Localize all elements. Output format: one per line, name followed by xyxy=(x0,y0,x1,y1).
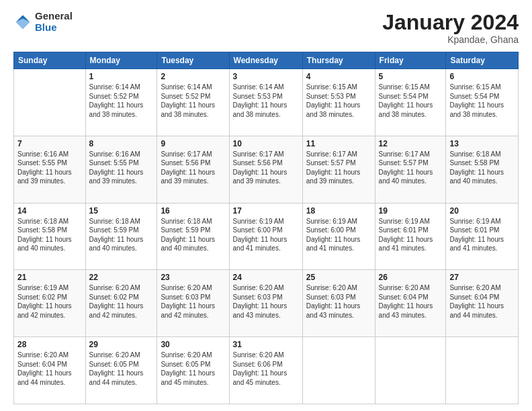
day-number: 1 xyxy=(89,72,154,81)
calendar-cell: 10Sunrise: 6:17 AM Sunset: 5:56 PM Dayli… xyxy=(229,136,302,203)
calendar-cell: 29Sunrise: 6:20 AM Sunset: 6:05 PM Dayli… xyxy=(85,337,157,404)
day-number: 13 xyxy=(449,139,515,148)
logo-general: General xyxy=(35,11,73,22)
calendar-cell: 27Sunrise: 6:20 AM Sunset: 6:04 PM Dayli… xyxy=(446,270,519,337)
day-number: 2 xyxy=(161,72,225,81)
day-info: Sunrise: 6:16 AM Sunset: 5:55 PM Dayligh… xyxy=(89,150,154,186)
day-info: Sunrise: 6:18 AM Sunset: 5:59 PM Dayligh… xyxy=(161,217,225,253)
day-number: 21 xyxy=(17,273,82,282)
calendar-header-wednesday: Wednesday xyxy=(229,52,302,69)
logo-icon xyxy=(13,13,32,32)
calendar-cell: 19Sunrise: 6:19 AM Sunset: 6:01 PM Dayli… xyxy=(375,203,446,270)
calendar-week-row: 28Sunrise: 6:20 AM Sunset: 6:04 PM Dayli… xyxy=(14,337,519,404)
day-number: 26 xyxy=(379,273,443,282)
calendar-week-row: 14Sunrise: 6:18 AM Sunset: 5:58 PM Dayli… xyxy=(14,203,519,270)
day-number: 8 xyxy=(89,139,154,148)
calendar-cell: 1Sunrise: 6:14 AM Sunset: 5:52 PM Daylig… xyxy=(85,69,157,136)
day-number: 23 xyxy=(161,273,225,282)
calendar-cell: 15Sunrise: 6:18 AM Sunset: 5:59 PM Dayli… xyxy=(85,203,157,270)
day-number: 14 xyxy=(17,206,82,216)
day-number: 6 xyxy=(449,72,515,81)
calendar-cell xyxy=(302,337,375,404)
day-info: Sunrise: 6:17 AM Sunset: 5:56 PM Dayligh… xyxy=(233,150,299,186)
day-number: 3 xyxy=(233,72,299,81)
day-number: 28 xyxy=(17,340,82,349)
calendar-cell: 26Sunrise: 6:20 AM Sunset: 6:04 PM Dayli… xyxy=(375,270,446,337)
calendar-header-row: SundayMondayTuesdayWednesdayThursdayFrid… xyxy=(14,52,519,69)
calendar-week-row: 7Sunrise: 6:16 AM Sunset: 5:55 PM Daylig… xyxy=(14,136,519,203)
calendar-cell: 21Sunrise: 6:19 AM Sunset: 6:02 PM Dayli… xyxy=(14,270,86,337)
day-number: 31 xyxy=(233,340,299,349)
day-info: Sunrise: 6:20 AM Sunset: 6:04 PM Dayligh… xyxy=(449,283,515,320)
logo: General Blue xyxy=(13,11,73,33)
logo-text: General Blue xyxy=(35,11,73,33)
subtitle: Kpandae, Ghana xyxy=(382,34,519,45)
day-info: Sunrise: 6:14 AM Sunset: 5:53 PM Dayligh… xyxy=(233,83,299,119)
day-info: Sunrise: 6:16 AM Sunset: 5:55 PM Dayligh… xyxy=(17,150,82,186)
main-title: January 2024 xyxy=(382,11,519,34)
calendar-cell: 2Sunrise: 6:14 AM Sunset: 5:52 PM Daylig… xyxy=(157,69,229,136)
day-info: Sunrise: 6:17 AM Sunset: 5:57 PM Dayligh… xyxy=(306,150,371,186)
day-info: Sunrise: 6:17 AM Sunset: 5:56 PM Dayligh… xyxy=(161,150,225,186)
day-number: 29 xyxy=(89,340,154,349)
day-number: 20 xyxy=(449,206,515,216)
day-number: 22 xyxy=(89,273,154,282)
day-number: 7 xyxy=(17,139,82,148)
day-info: Sunrise: 6:20 AM Sunset: 6:03 PM Dayligh… xyxy=(233,283,299,320)
day-info: Sunrise: 6:18 AM Sunset: 5:58 PM Dayligh… xyxy=(449,150,515,186)
day-info: Sunrise: 6:20 AM Sunset: 6:04 PM Dayligh… xyxy=(379,283,443,320)
day-number: 24 xyxy=(233,273,299,282)
day-number: 19 xyxy=(379,206,443,216)
logo-blue: Blue xyxy=(35,22,73,34)
day-number: 27 xyxy=(449,273,515,282)
day-info: Sunrise: 6:17 AM Sunset: 5:57 PM Dayligh… xyxy=(379,150,443,186)
day-info: Sunrise: 6:18 AM Sunset: 5:58 PM Dayligh… xyxy=(17,217,82,253)
calendar-cell: 11Sunrise: 6:17 AM Sunset: 5:57 PM Dayli… xyxy=(302,136,375,203)
day-info: Sunrise: 6:20 AM Sunset: 6:03 PM Dayligh… xyxy=(161,283,225,320)
page: General Blue January 2024 Kpandae, Ghana… xyxy=(0,0,532,411)
day-info: Sunrise: 6:15 AM Sunset: 5:53 PM Dayligh… xyxy=(306,83,371,119)
calendar-cell: 16Sunrise: 6:18 AM Sunset: 5:59 PM Dayli… xyxy=(157,203,229,270)
day-info: Sunrise: 6:20 AM Sunset: 6:04 PM Dayligh… xyxy=(17,351,82,387)
day-number: 9 xyxy=(161,139,225,148)
calendar-cell: 5Sunrise: 6:15 AM Sunset: 5:54 PM Daylig… xyxy=(375,69,446,136)
day-number: 15 xyxy=(89,206,154,216)
day-number: 4 xyxy=(306,72,371,81)
calendar-header-sunday: Sunday xyxy=(14,52,86,69)
day-info: Sunrise: 6:18 AM Sunset: 5:59 PM Dayligh… xyxy=(89,217,154,253)
calendar-cell: 13Sunrise: 6:18 AM Sunset: 5:58 PM Dayli… xyxy=(446,136,519,203)
calendar-cell: 18Sunrise: 6:19 AM Sunset: 6:00 PM Dayli… xyxy=(302,203,375,270)
day-info: Sunrise: 6:20 AM Sunset: 6:05 PM Dayligh… xyxy=(161,351,225,387)
calendar-cell: 31Sunrise: 6:20 AM Sunset: 6:06 PM Dayli… xyxy=(229,337,302,404)
calendar-cell: 30Sunrise: 6:20 AM Sunset: 6:05 PM Dayli… xyxy=(157,337,229,404)
header: General Blue January 2024 Kpandae, Ghana xyxy=(13,11,519,45)
calendar-week-row: 21Sunrise: 6:19 AM Sunset: 6:02 PM Dayli… xyxy=(14,270,519,337)
calendar-week-row: 1Sunrise: 6:14 AM Sunset: 5:52 PM Daylig… xyxy=(14,69,519,136)
day-number: 5 xyxy=(379,72,443,81)
calendar-cell: 12Sunrise: 6:17 AM Sunset: 5:57 PM Dayli… xyxy=(375,136,446,203)
day-info: Sunrise: 6:20 AM Sunset: 6:02 PM Dayligh… xyxy=(89,283,154,320)
calendar-cell: 25Sunrise: 6:20 AM Sunset: 6:03 PM Dayli… xyxy=(302,270,375,337)
calendar-cell: 17Sunrise: 6:19 AM Sunset: 6:00 PM Dayli… xyxy=(229,203,302,270)
day-info: Sunrise: 6:19 AM Sunset: 6:01 PM Dayligh… xyxy=(379,217,443,253)
day-number: 11 xyxy=(306,139,371,148)
day-number: 17 xyxy=(233,206,299,216)
day-info: Sunrise: 6:19 AM Sunset: 6:01 PM Dayligh… xyxy=(449,217,515,253)
calendar-cell: 3Sunrise: 6:14 AM Sunset: 5:53 PM Daylig… xyxy=(229,69,302,136)
calendar-cell: 7Sunrise: 6:16 AM Sunset: 5:55 PM Daylig… xyxy=(14,136,86,203)
calendar-cell: 20Sunrise: 6:19 AM Sunset: 6:01 PM Dayli… xyxy=(446,203,519,270)
day-number: 16 xyxy=(161,206,225,216)
calendar-cell xyxy=(446,337,519,404)
day-number: 12 xyxy=(379,139,443,148)
calendar-header-monday: Monday xyxy=(85,52,157,69)
title-block: January 2024 Kpandae, Ghana xyxy=(382,11,519,45)
day-number: 10 xyxy=(233,139,299,148)
calendar-cell xyxy=(14,69,86,136)
day-number: 25 xyxy=(306,273,371,282)
calendar-cell: 6Sunrise: 6:15 AM Sunset: 5:54 PM Daylig… xyxy=(446,69,519,136)
calendar-cell: 9Sunrise: 6:17 AM Sunset: 5:56 PM Daylig… xyxy=(157,136,229,203)
calendar-cell: 8Sunrise: 6:16 AM Sunset: 5:55 PM Daylig… xyxy=(85,136,157,203)
calendar-header-thursday: Thursday xyxy=(302,52,375,69)
calendar-cell: 24Sunrise: 6:20 AM Sunset: 6:03 PM Dayli… xyxy=(229,270,302,337)
day-info: Sunrise: 6:19 AM Sunset: 6:00 PM Dayligh… xyxy=(233,217,299,253)
